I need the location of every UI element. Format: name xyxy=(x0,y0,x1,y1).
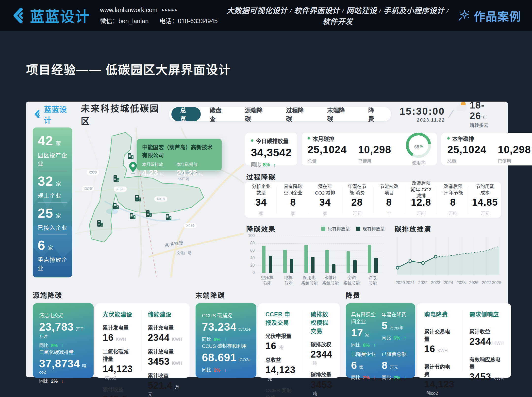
up-arrow-icon: ↑ xyxy=(62,343,64,348)
total-cost-reduced-stat: 已降费总额 8万元 同比2% ↑ xyxy=(382,350,410,380)
svg-text:2028: 2028 xyxy=(492,280,501,285)
lanlan-logo-icon-small xyxy=(33,110,42,118)
building-icon[interactable] xyxy=(96,220,104,227)
dashboard-brand: 蓝蓝设计 xyxy=(33,103,74,125)
divider xyxy=(38,235,67,235)
section-source-reduction: 源端降碳 清洁电交易 23,783万千瓦时 同比8% ↑ 二氧化碳减排量 37,… xyxy=(33,290,190,378)
y-axis-tick: 40 xyxy=(248,256,255,260)
y-axis-tick: 100 xyxy=(248,234,255,238)
bar-current xyxy=(269,256,272,273)
bar-chart: 020406080100 空压机节能电机节能配用电系统节能水循环系统节能空调系统… xyxy=(246,236,385,285)
process-stat: 节能技改 项目8个 xyxy=(373,182,405,218)
svg-text:2021: 2021 xyxy=(406,280,415,285)
emission-projection-chart: 碳排放推演 2020202120222023202420252026202720… xyxy=(395,224,502,284)
road-label: X336 xyxy=(86,170,99,175)
divider xyxy=(38,202,67,203)
y-axis-tick: 0 xyxy=(248,271,255,275)
phone-contact: 电话：010-63334945 xyxy=(159,16,217,25)
building-icon[interactable] xyxy=(145,210,152,217)
site-brand[interactable]: 蓝蓝设计 xyxy=(11,5,90,26)
up-arrow-icon: ↑ xyxy=(404,335,406,341)
charts-row: 降碳效果 原有排放量现有排放量 020406080100 空压机节能电机节能配用… xyxy=(246,224,501,284)
bar-current xyxy=(332,264,335,273)
building-icon[interactable] xyxy=(129,212,136,220)
dashboard-title: 未来科技城低碳园区 xyxy=(81,101,169,127)
tab-source-reduction[interactable]: 源端降碳 xyxy=(236,107,277,121)
kpi-year-emission: 本年碳排 25,1024总量 10,298已使用 65% 使用率 xyxy=(441,133,532,165)
company-tooltip: 中能国宏（葫芦岛）高新技术有限公司 本月碳排放 4.23吨 本年碳排放 24.2… xyxy=(137,139,222,170)
tooltip-year-emission: 本年碳排放 24.23吨 xyxy=(177,161,202,178)
tab-cost-reduction[interactable]: 降费 xyxy=(359,107,389,121)
building-icon[interactable] xyxy=(112,202,119,210)
park-map[interactable]: X336 X025 X020 X018 X016 高速 龙腾世纪 文化广场 京平… xyxy=(75,127,244,277)
kpi-total: 25,1024总量 xyxy=(308,144,347,164)
tab-overview[interactable]: 总览 xyxy=(171,107,201,121)
ccus-capture-stat: CCUS 碳捕捉 73.234tCO2e 同比8% ↑ xyxy=(202,312,250,342)
y-axis-tick: 20 xyxy=(248,263,255,268)
legend-swatch-icon xyxy=(321,227,325,231)
bar-current xyxy=(374,258,378,273)
svg-text:2027: 2027 xyxy=(482,280,491,285)
road-label: X018 xyxy=(154,197,167,201)
weather-description: 晴转多云 xyxy=(470,122,501,128)
bar-group: 水循环系统节能 xyxy=(325,236,335,273)
kpi-total: 25,1024总量 xyxy=(447,144,486,164)
portfolio-label: 作品案例 xyxy=(474,7,521,24)
bar-current xyxy=(353,260,357,273)
building-icon[interactable] xyxy=(165,213,172,221)
portfolio-link[interactable]: 作品案例 xyxy=(458,7,521,24)
tab-end-reduction[interactable]: 末端降碳 xyxy=(318,107,359,121)
bar-current xyxy=(311,257,315,273)
process-stat: 节约用能 成本14.85万元 xyxy=(469,182,501,218)
kpi-today-emission: 今日碳排放量 34,3542 同比8% ↑ xyxy=(245,133,297,165)
bar-original xyxy=(262,246,266,273)
stat-key-emitters: 6家 重点排放企业 xyxy=(33,237,72,272)
building-icon[interactable] xyxy=(134,195,142,202)
storage-construction-column: 储能建设 累计充电量2344KWH 累计放电量3453KWH 累计收益521.4… xyxy=(140,310,190,371)
bar-chart-title: 降碳效果 xyxy=(246,224,276,234)
website-url[interactable]: www.lanlanwork.com xyxy=(100,6,157,14)
temperature-unit: ℃ xyxy=(481,115,486,120)
kpi-row: 今日碳排放量 34,3542 同比8% ↑ 本月碳排 25,1024总量 10,… xyxy=(245,133,501,165)
svg-text:2022: 2022 xyxy=(418,280,428,285)
kpi-value: 34,3542 xyxy=(251,146,291,159)
bottom-sections: 源端降碳 清洁电交易 23,783万千瓦时 同比8% ↑ 二氧化碳减排量 37,… xyxy=(33,290,501,378)
clean-power-trade-stat: 清洁电交易 23,783万千瓦时 同比8% ↑ xyxy=(39,312,87,348)
company-name: 中能国宏（葫芦岛）高新技术有限公司 xyxy=(142,143,216,159)
tab-process-reduction[interactable]: 过程降碳 xyxy=(277,107,318,121)
tooltip-month-emission: 本月碳排放 4.23吨 xyxy=(142,161,163,178)
reduced-enterprises-stat: 已降费企业 6家 同比2% ↓ xyxy=(351,350,379,380)
section-end-reduction: 末端降碳 CCUS 碳捕捉 73.234tCO2e 同比8% ↑ CCUS 碳封… xyxy=(196,290,340,378)
ccer-column: CCER 申报及交易 光伏申报量16吨 总收益14,123元 CCER 实时价格… xyxy=(258,310,303,371)
bar-original xyxy=(304,245,308,273)
line-chart-title: 碳排放推演 xyxy=(395,224,432,234)
tab-carbon-inventory[interactable]: 碳盘查 xyxy=(201,107,236,121)
co2-reduction-stat: 二氧化碳减排量 37,8734吨co2 同比2% ↓ xyxy=(39,348,87,384)
ccus-storage-stat: CCUS 碳封存和利用 68.691tCO2e 同比2% ↓ xyxy=(202,342,250,373)
down-arrow-icon: ↓ xyxy=(62,379,64,384)
bar-group: 电机节能 xyxy=(283,236,293,273)
process-stat: 年潜在节能 消费28万元 xyxy=(341,182,373,218)
up-arrow-icon: ↑ xyxy=(224,337,227,342)
svg-text:2026: 2026 xyxy=(469,280,479,285)
up-arrow-icon: ↑ xyxy=(404,375,406,380)
bar-original xyxy=(368,245,371,273)
lanlan-logo-icon xyxy=(11,8,27,23)
up-arrow-icon: ↑ xyxy=(273,162,276,167)
kpi-month-emission: 本月碳排 25,1024总量 10,298已使用 65% 使用率 xyxy=(302,133,437,165)
source-gradient-card: 清洁电交易 23,783万千瓦时 同比8% ↑ 二氧化碳减排量 37,8734吨… xyxy=(33,303,94,378)
process-stat: 改造后预期年 CO2 减排12.8万吨 xyxy=(405,182,437,218)
pv-construction-column: 光伏能建设 累计发电量16KWH 二氧化碳减排量14,123吨co2 累计收益2… xyxy=(95,310,140,371)
stat-above-scale-enterprises: 32家 规上企业 xyxy=(33,173,72,199)
building-icon[interactable] xyxy=(113,175,120,182)
road-label: X025 xyxy=(82,186,94,191)
cost-space-enterprises-stat: 具有降费空间企业 17家 同比8% ↑ xyxy=(351,311,379,348)
building-icon[interactable] xyxy=(127,152,134,160)
bar-group: 空压机节能 xyxy=(262,236,272,273)
clock-weather: 15:30:00 2023.11.22 / 18-26℃ 晴转多云 xyxy=(399,100,501,128)
process-stat: 分析企业 数量34家 xyxy=(245,182,277,218)
green-dot-icon xyxy=(251,139,253,142)
dashboard-header: 蓝蓝设计 未来科技城低碳园区 总览 碳盘查 源端降碳 过程降碳 末端降碳 降费 … xyxy=(33,107,501,122)
bar-category-label: 油泵节能 xyxy=(357,275,389,287)
down-arrow-icon: ↓ xyxy=(224,367,227,373)
